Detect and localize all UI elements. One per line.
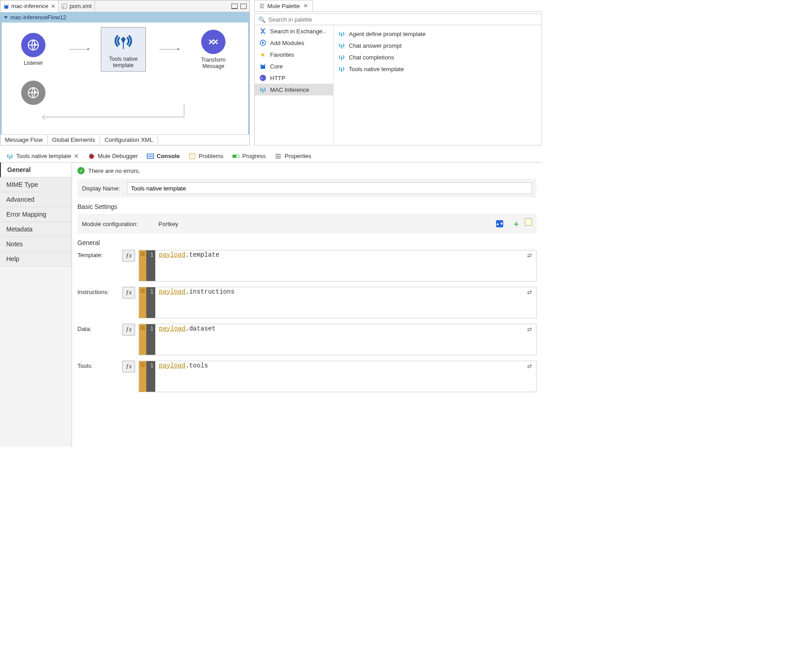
field-label: Tools:	[77, 361, 122, 369]
sidebar-item-notes[interactable]: Notes	[0, 237, 72, 252]
view-tab-console[interactable]: Console	[142, 150, 184, 163]
sidebar-item-error-mapping[interactable]: Error Mapping	[0, 207, 72, 222]
mule-palette-panel: ☰ Mule Palette ✕ 🔍 Search in Exchange..	[254, 0, 542, 145]
svg-rect-17	[233, 155, 236, 158]
breakpoint-gutter[interactable]	[139, 324, 146, 355]
svg-point-11	[341, 68, 343, 70]
node-transform-message[interactable]: Transform Message	[191, 30, 236, 69]
svg-rect-18	[275, 154, 281, 155]
palette-item-mac-inference[interactable]: MAC Inference	[255, 84, 333, 95]
svg-text:x: x	[63, 5, 65, 9]
palette-item-exchange[interactable]: Search in Exchange..	[255, 25, 333, 37]
svg-rect-20	[275, 158, 281, 158]
mule-icon	[3, 3, 9, 9]
antenna-icon	[338, 30, 345, 37]
sidebar-item-metadata[interactable]: Metadata	[0, 222, 72, 237]
node-tools-native-template[interactable]: Tools native template	[101, 27, 146, 72]
palette-op-tools-native[interactable]: Tools native template	[334, 63, 541, 75]
antenna-icon	[338, 65, 345, 72]
xml-icon: x	[61, 3, 68, 9]
flow-header[interactable]: mac-inferenceFlow12	[0, 12, 249, 23]
palette-op-agent-define[interactable]: Agent define prompt template	[334, 28, 541, 40]
dataweave-icon[interactable]: ⇄	[523, 287, 536, 318]
view-tab-progress[interactable]: Progress	[228, 150, 270, 163]
sidebar-item-advanced[interactable]: Advanced	[0, 192, 72, 207]
breakpoint-gutter[interactable]	[139, 250, 146, 281]
svg-point-8	[341, 33, 343, 35]
antenna-icon	[338, 42, 345, 49]
palette-op-chat-answer[interactable]: Chat answer prompt	[334, 40, 541, 51]
dataweave-icon[interactable]: ⇄	[523, 250, 536, 281]
data-code-input[interactable]: 1 payload.dataset ⇄	[139, 324, 537, 355]
code-token: payload	[159, 251, 185, 258]
node-listener[interactable]: Listener	[11, 33, 56, 66]
problems-icon: !	[189, 153, 196, 160]
svg-point-12	[9, 155, 11, 157]
palette-title: Mule Palette	[267, 3, 300, 9]
tab-message-flow[interactable]: Message Flow	[0, 135, 48, 145]
close-icon[interactable]: ✕	[51, 3, 55, 9]
view-tab-mule-debugger[interactable]: 🐞 Mule Debugger	[83, 150, 142, 163]
view-tab-properties[interactable]: Properties	[270, 150, 316, 163]
minimize-icon[interactable]	[231, 4, 238, 9]
close-icon[interactable]: ✕	[303, 3, 308, 9]
edit-config-button[interactable]	[525, 218, 532, 226]
flow-name: mac-inferenceFlow12	[10, 14, 66, 21]
sidebar-item-help[interactable]: Help	[0, 252, 72, 267]
palette-tab[interactable]: ☰ Mule Palette ✕	[254, 0, 313, 11]
dataweave-icon[interactable]: ⇄	[523, 324, 536, 355]
fx-button[interactable]: ƒx	[122, 361, 135, 372]
editor-tab-mac-inference[interactable]: mac-inference ✕	[0, 0, 59, 12]
palette-categories: Search in Exchange.. Add Modules ★ Favor…	[255, 25, 334, 145]
editor-tab-pom[interactable]: x pom.xml	[59, 0, 95, 12]
dataweave-icon[interactable]: ⇄	[523, 361, 536, 392]
svg-text:!: !	[191, 154, 193, 159]
node-label: Tools native template	[109, 56, 137, 68]
views-tab-bar: Tools native template ✕ 🐞 Mule Debugger …	[0, 150, 542, 163]
maximize-icon[interactable]	[240, 4, 247, 9]
display-name-row: Display Name:	[77, 179, 537, 198]
data-row: Data: ƒx 1 payload.dataset ⇄	[77, 324, 537, 355]
close-icon[interactable]: ✕	[74, 153, 79, 159]
template-code-input[interactable]: 1 payload.template ⇄	[139, 250, 537, 281]
palette-item-add-modules[interactable]: Add Modules	[255, 37, 333, 49]
palette-item-label: MAC Inference	[270, 86, 309, 93]
palette-item-core[interactable]: Core	[255, 60, 333, 72]
flow-canvas[interactable]: Listener Tools native template	[0, 23, 249, 134]
properties-area: General MIME Type Advanced Error Mapping…	[0, 163, 542, 447]
palette-item-favorites[interactable]: ★ Favorites	[255, 49, 333, 60]
svg-point-9	[341, 45, 343, 46]
sidebar-item-mime-type[interactable]: MIME Type	[0, 177, 72, 192]
svg-rect-19	[275, 156, 281, 157]
fx-button[interactable]: ƒx	[122, 324, 135, 335]
search-icon: 🔍	[258, 16, 266, 23]
palette-op-label: Agent define prompt template	[349, 31, 426, 37]
palette-item-http[interactable]: H HTTP	[255, 72, 333, 84]
display-name-input[interactable]	[127, 182, 532, 194]
breakpoint-gutter[interactable]	[139, 361, 146, 392]
flow-bottom-tabs: Message Flow Global Elements Configurati…	[0, 134, 249, 145]
breakpoint-gutter[interactable]	[139, 287, 146, 318]
globe-icon	[21, 33, 45, 57]
tab-global-elements[interactable]: Global Elements	[48, 135, 100, 145]
palette-search[interactable]: 🔍	[254, 14, 542, 25]
add-config-button[interactable]: ＋	[512, 218, 520, 229]
view-tab-tools-native[interactable]: Tools native template ✕	[2, 150, 83, 163]
editor-tab-label: pom.xml	[69, 3, 91, 9]
view-tab-problems[interactable]: ! Problems	[184, 150, 228, 163]
fx-button[interactable]: ƒx	[122, 250, 135, 262]
bug-icon: 🐞	[88, 153, 95, 160]
instructions-code-input[interactable]: 1 payload.instructions ⇄	[139, 287, 537, 318]
view-tab-label: Tools native template	[16, 153, 71, 159]
module-conf-select[interactable]: Portkey ▲▼	[158, 220, 503, 227]
tools-code-input[interactable]: 1 payload.tools ⇄	[139, 361, 537, 392]
sidebar-item-general[interactable]: General	[0, 163, 72, 177]
star-icon: ★	[259, 51, 266, 58]
search-input[interactable]	[268, 16, 538, 23]
select-arrows-icon: ▲▼	[496, 220, 503, 227]
tab-configuration-xml[interactable]: Configuration XML	[100, 135, 158, 145]
node-output[interactable]	[11, 81, 56, 105]
view-tab-label: Properties	[284, 153, 311, 159]
palette-op-chat-completions[interactable]: Chat completions	[334, 51, 541, 63]
fx-button[interactable]: ƒx	[122, 287, 135, 299]
